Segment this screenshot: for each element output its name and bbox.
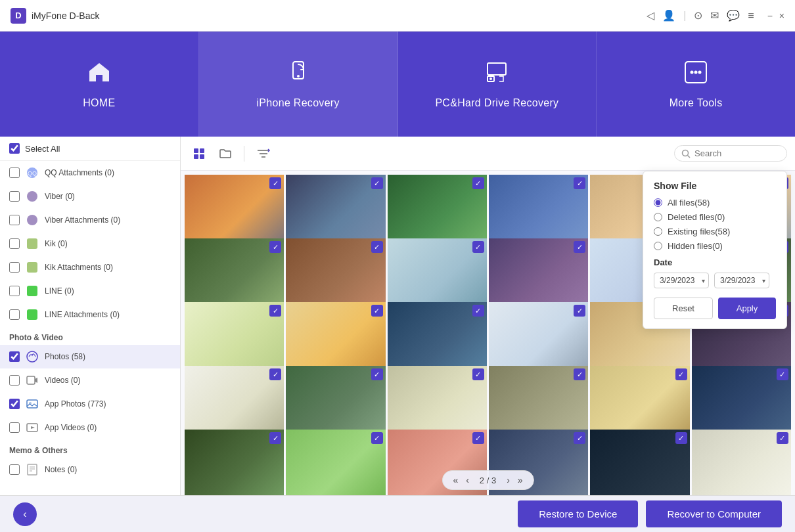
kik-checkbox[interactable] — [9, 238, 20, 249]
photo-cell[interactable]: ✓ — [590, 430, 689, 495]
videos-checkbox[interactable] — [9, 375, 20, 386]
sidebar-item-line[interactable]: LINE (0) — [0, 279, 180, 303]
viber-checkbox[interactable] — [9, 191, 20, 202]
sidebar-item-photos[interactable]: Photos (58) — [0, 345, 180, 368]
folder-button[interactable] — [215, 144, 236, 163]
filter-button[interactable] — [252, 144, 275, 163]
date-from-select[interactable]: 3/29/2023 — [654, 273, 709, 288]
nav-more-tools[interactable]: More Tools — [597, 32, 795, 137]
existing-files-radio[interactable] — [654, 227, 662, 236]
sidebar-item-videos[interactable]: Videos (0) — [0, 368, 180, 392]
svg-rect-18 — [27, 376, 35, 384]
nav-iphone-recovery[interactable]: iPhone Recovery — [199, 32, 398, 137]
sidebar-item-kik-attachments[interactable]: Kik Attachments (0) — [0, 255, 180, 279]
select-all-checkbox[interactable] — [9, 143, 20, 154]
line-attachments-checkbox[interactable] — [9, 309, 20, 320]
svg-rect-14 — [27, 262, 37, 273]
sidebar-item-kik[interactable]: Kik (0) — [0, 232, 180, 255]
hidden-files-option[interactable]: Hidden files(0) — [654, 241, 776, 251]
all-files-option[interactable]: All files(58) — [654, 198, 776, 208]
line-label: LINE (0) — [45, 286, 74, 296]
menu-icon[interactable]: ≡ — [748, 10, 754, 22]
app-videos-checkbox[interactable] — [9, 422, 20, 433]
all-files-radio[interactable] — [654, 198, 662, 207]
next-page-button[interactable]: › — [504, 474, 512, 487]
title-bar-left: D iMyFone D-Back — [11, 8, 99, 24]
main-content: Select All QQ QQ Attachments (0) Viber (… — [0, 137, 795, 495]
svg-point-12 — [27, 215, 37, 225]
reset-button[interactable]: Reset — [654, 298, 713, 319]
viber-attachments-label: Viber Attachments (0) — [45, 215, 120, 225]
qq-icon: QQ — [25, 166, 39, 180]
svg-rect-28 — [194, 154, 198, 159]
date-to-wrapper: 3/29/2023 — [714, 273, 769, 288]
minimize-button[interactable]: − — [767, 11, 773, 21]
pc-recovery-label: PC&Hard Drive Recovery — [435, 97, 558, 109]
app-photos-checkbox[interactable] — [9, 399, 20, 409]
close-button[interactable]: × — [779, 11, 784, 21]
svg-point-7 — [694, 71, 698, 74]
title-bar: D iMyFone D-Back ◁ 👤 | ⊙ ✉ 💬 ≡ − × — [0, 0, 795, 32]
first-page-button[interactable]: « — [450, 474, 461, 487]
nav-pc-recovery[interactable]: PC&Hard Drive Recovery — [398, 32, 597, 137]
sidebar-item-qq-attachments[interactable]: QQ QQ Attachments (0) — [0, 161, 180, 185]
sidebar-item-notes[interactable]: Notes (0) — [0, 458, 180, 481]
prev-page-button[interactable]: ‹ — [463, 474, 472, 487]
svg-text:QQ: QQ — [28, 170, 37, 177]
photo-cell[interactable]: ✓ — [185, 430, 284, 495]
svg-rect-27 — [200, 148, 204, 153]
back-button[interactable]: ‹ — [13, 502, 37, 526]
account-icon[interactable]: 👤 — [662, 9, 675, 22]
recover-to-computer-button[interactable]: Recover to Computer — [646, 500, 782, 527]
photos-icon — [25, 349, 39, 364]
svg-point-6 — [691, 71, 694, 74]
viber-attachments-checkbox[interactable] — [9, 215, 20, 225]
kik-label: Kik (0) — [45, 239, 68, 248]
photo-cell[interactable]: ✓ — [286, 430, 385, 495]
photo-cell[interactable]: ✓ — [692, 430, 791, 495]
show-file-title: Show File — [654, 181, 776, 191]
svg-point-11 — [27, 191, 37, 202]
deleted-files-option[interactable]: Deleted files(0) — [654, 212, 776, 222]
window-controls: − × — [767, 11, 784, 21]
content-area: ✓✓✓✓✓✓✓✓✓✓✓✓✓✓✓✓✓✓✓✓✓✓✓✓✓✓✓✓✓✓ « ‹ 2 / 3… — [181, 137, 795, 495]
hidden-files-radio[interactable] — [654, 242, 662, 250]
search-input[interactable] — [694, 148, 780, 158]
show-file-dropdown: Show File All files(58) Deleted files(0)… — [643, 171, 787, 329]
mail-icon[interactable]: ✉ — [710, 9, 719, 22]
svg-rect-19 — [27, 400, 37, 408]
nav-home[interactable]: HOME — [0, 32, 199, 137]
content-toolbar — [181, 137, 795, 171]
sidebar-item-app-photos[interactable]: App Photos (773) — [0, 392, 180, 416]
top-nav: HOME iPhone Recovery PC&Hard Drive Recov… — [0, 32, 795, 137]
title-bar-right: ◁ 👤 | ⊙ ✉ 💬 ≡ − × — [647, 9, 784, 22]
restore-to-device-button[interactable]: Restore to Device — [518, 500, 638, 527]
select-all-row[interactable]: Select All — [0, 137, 180, 161]
kik-attachments-checkbox[interactable] — [9, 262, 20, 273]
line-checkbox[interactable] — [9, 286, 20, 296]
notes-checkbox[interactable] — [9, 464, 20, 475]
svg-rect-16 — [27, 309, 37, 320]
qq-attachments-checkbox[interactable] — [9, 167, 20, 178]
chat-icon[interactable]: 💬 — [727, 9, 740, 22]
app-logo: D — [11, 8, 26, 24]
deleted-files-radio[interactable] — [654, 213, 662, 221]
date-to-select[interactable]: 3/29/2023 — [714, 273, 769, 288]
sidebar-item-viber[interactable]: Viber (0) — [0, 185, 180, 208]
existing-files-option[interactable]: Existing files(58) — [654, 227, 776, 236]
last-page-button[interactable]: » — [515, 474, 526, 487]
sidebar-item-line-attachments[interactable]: LINE Attachments (0) — [0, 303, 180, 326]
hidden-files-label: Hidden files(0) — [668, 241, 723, 251]
section-photo-video: Photo & Video — [0, 326, 180, 345]
photos-checkbox[interactable] — [9, 351, 20, 362]
sidebar-item-viber-attachments[interactable]: Viber Attachments (0) — [0, 208, 180, 232]
sidebar-item-app-videos[interactable]: App Videos (0) — [0, 416, 180, 439]
share-icon[interactable]: ◁ — [647, 9, 654, 22]
apply-button[interactable]: Apply — [718, 298, 776, 319]
svg-rect-22 — [28, 464, 37, 475]
svg-point-33 — [683, 150, 689, 156]
grid-view-button[interactable] — [189, 144, 210, 163]
date-label: Date — [654, 257, 776, 267]
viber-attachments-icon — [25, 213, 39, 227]
location-icon[interactable]: ⊙ — [694, 9, 702, 22]
